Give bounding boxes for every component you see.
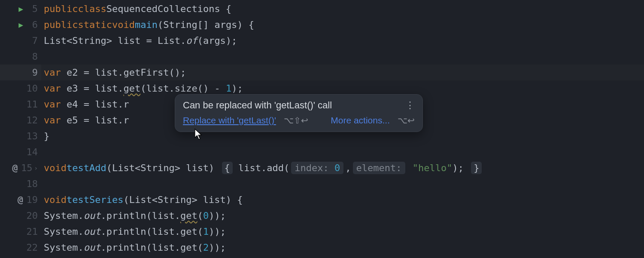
gutter-row[interactable]: @15› xyxy=(0,160,41,176)
code-line[interactable]: System.out.println(list.get(2)); xyxy=(41,240,644,255)
more-actions-link[interactable]: More actions... xyxy=(331,115,390,126)
line-number: 8 xyxy=(26,51,38,62)
line-number: 6 xyxy=(26,19,38,30)
line-number: 14 xyxy=(26,147,38,157)
line-number: 7 xyxy=(26,35,38,46)
gutter-row[interactable]: 11 xyxy=(0,96,41,112)
code-line[interactable]: var e2 = list.getFirst(); xyxy=(41,64,644,80)
code-line[interactable] xyxy=(41,144,644,160)
gutter-row[interactable]: 13 xyxy=(0,128,41,144)
code-line[interactable] xyxy=(41,49,644,64)
gutter-row[interactable]: 22 xyxy=(0,240,41,255)
shortcut-hint: ⌥⇧↩ xyxy=(284,115,308,126)
parameter-hint: element: xyxy=(353,162,405,174)
gutter-row[interactable]: 14 xyxy=(0,144,41,160)
code-line[interactable]: List<String> list = List.of(args); xyxy=(41,33,644,49)
gutter-row[interactable]: 20 xyxy=(0,208,41,224)
shortcut-hint: ⌥↩ xyxy=(398,115,415,126)
code-line[interactable]: void testAdd(List<String> list) { list.a… xyxy=(41,160,644,176)
gutter-row[interactable]: 21 xyxy=(0,224,41,240)
line-number: 18 xyxy=(26,178,38,189)
quick-fix-link[interactable]: Replace with 'getLast()' xyxy=(183,115,276,126)
gutter-row[interactable]: 18 xyxy=(0,176,41,192)
code-line[interactable]: public static void main(String[] args) { xyxy=(41,17,644,33)
gutter-row[interactable]: @19 xyxy=(0,192,41,208)
line-number: 19 xyxy=(26,194,38,205)
line-number: 5 xyxy=(26,3,38,14)
line-number: 21 xyxy=(26,226,38,237)
code-line[interactable]: public class SequencedCollections { xyxy=(41,1,644,17)
gutter-row[interactable]: 7 xyxy=(0,33,41,49)
code-line[interactable]: void testSeries(List<String> list) { xyxy=(41,192,644,208)
chevron-right-icon[interactable]: › xyxy=(34,165,38,172)
run-icon[interactable]: ▶ xyxy=(18,20,23,29)
parameter-hint: index: 0 xyxy=(291,162,343,174)
code-line[interactable]: System.out.println(list.get(0)); xyxy=(41,208,644,224)
gutter-row[interactable]: 8 xyxy=(0,49,41,64)
line-number: 9 xyxy=(26,67,38,78)
code-line[interactable] xyxy=(41,176,644,192)
kebab-icon[interactable]: ⋮ xyxy=(405,104,415,107)
gutter-row[interactable]: 10 xyxy=(0,80,41,96)
implement-icon[interactable]: @ xyxy=(12,163,18,173)
gutter-row[interactable]: ▶6 xyxy=(0,17,41,33)
line-number: 10 xyxy=(26,83,38,94)
line-number: 22 xyxy=(26,242,38,253)
line-number: 15 xyxy=(21,163,33,173)
line-number: 12 xyxy=(26,115,38,126)
gutter: ▶5 ▶6 7 8 9 10 11 12 13 14 @15› 18 @19 2… xyxy=(0,0,41,258)
inspection-popup: Can be replaced with 'getLast()' call ⋮ … xyxy=(175,94,423,132)
run-icon[interactable]: ▶ xyxy=(18,4,23,13)
implement-icon[interactable]: @ xyxy=(18,194,23,205)
line-number: 20 xyxy=(26,210,38,221)
line-number: 13 xyxy=(26,131,38,141)
gutter-row[interactable]: ▶5 xyxy=(0,1,41,17)
line-number: 11 xyxy=(26,99,38,110)
inspection-title: Can be replaced with 'getLast()' call xyxy=(183,100,332,111)
gutter-row[interactable]: 9 xyxy=(0,64,41,80)
code-line[interactable]: System.out.println(list.get(1)); xyxy=(41,224,644,240)
gutter-row[interactable]: 12 xyxy=(0,112,41,128)
